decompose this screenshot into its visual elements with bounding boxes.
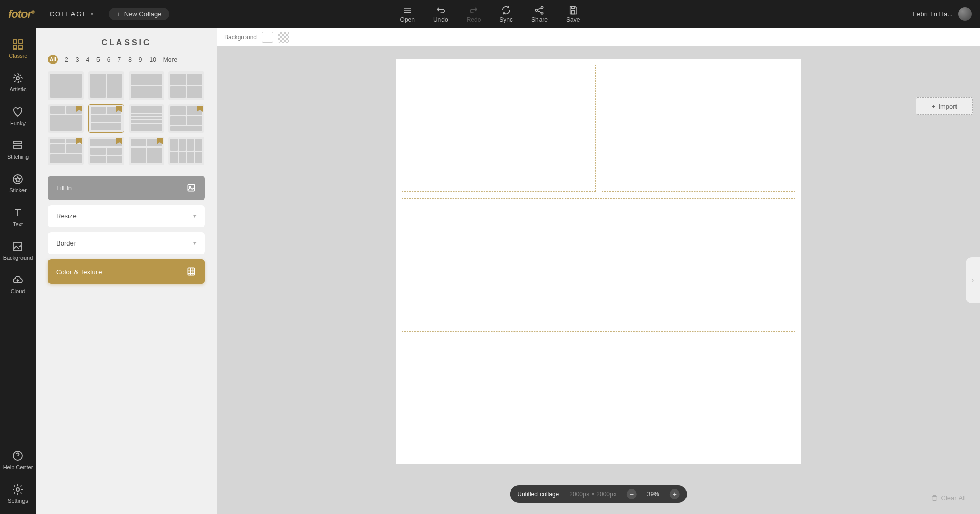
filter-8[interactable]: 8 bbox=[128, 56, 132, 63]
trash-icon bbox=[930, 494, 938, 502]
rail-funky-label: Funky bbox=[10, 120, 26, 126]
username[interactable]: Febri Tri Ha... bbox=[913, 10, 953, 18]
layout-thumb[interactable] bbox=[168, 104, 204, 133]
layout-thumb[interactable] bbox=[48, 71, 84, 100]
rail-stitching[interactable]: Stitching bbox=[7, 139, 29, 160]
open-label: Open bbox=[400, 16, 415, 23]
filter-5[interactable]: 5 bbox=[96, 56, 100, 63]
left-rail: Classic Artistic Funky Stitching Sticker… bbox=[0, 28, 36, 514]
svg-rect-11 bbox=[19, 40, 22, 43]
layout-thumb[interactable] bbox=[88, 137, 124, 165]
image-icon bbox=[186, 183, 197, 193]
panel-title: CLASSIC bbox=[48, 38, 205, 47]
premium-badge-icon bbox=[116, 106, 122, 113]
avatar[interactable] bbox=[958, 7, 972, 21]
background-transparency-swatch[interactable] bbox=[278, 32, 289, 43]
zoom-level: 39% bbox=[647, 491, 659, 498]
svg-rect-19 bbox=[14, 242, 22, 251]
rail-sticker-label: Sticker bbox=[9, 187, 27, 193]
filter-3[interactable]: 3 bbox=[76, 56, 79, 63]
layout-thumb[interactable] bbox=[168, 137, 204, 165]
rail-cloud[interactable]: Cloud bbox=[11, 274, 26, 295]
undo-label: Undo bbox=[433, 16, 448, 23]
rail-text[interactable]: Text bbox=[12, 207, 24, 227]
chevron-right-icon: › bbox=[972, 276, 974, 284]
collage-cell[interactable] bbox=[402, 331, 795, 458]
rail-settings[interactable]: Settings bbox=[8, 483, 28, 504]
undo-icon bbox=[435, 5, 446, 15]
filter-9[interactable]: 9 bbox=[139, 56, 142, 63]
svg-rect-10 bbox=[13, 40, 17, 43]
filter-2[interactable]: 2 bbox=[65, 56, 68, 63]
premium-badge-icon bbox=[76, 138, 82, 145]
layout-thumb[interactable] bbox=[129, 104, 164, 133]
mode-dropdown-icon[interactable]: ▾ bbox=[91, 11, 93, 17]
svg-rect-8 bbox=[571, 6, 575, 8]
filter-all[interactable]: All bbox=[48, 55, 58, 64]
svg-point-21 bbox=[16, 488, 19, 491]
layout-thumb[interactable] bbox=[48, 137, 84, 165]
sync-action[interactable]: Sync bbox=[499, 5, 513, 23]
layout-grid bbox=[48, 71, 205, 165]
collage-cell[interactable] bbox=[402, 198, 795, 325]
rail-sticker[interactable]: Sticker bbox=[9, 173, 27, 193]
background-bar: Background bbox=[217, 28, 980, 46]
rail-background[interactable]: Background bbox=[3, 240, 33, 261]
collage-cell[interactable] bbox=[602, 65, 796, 192]
import-button[interactable]: + Import bbox=[916, 97, 973, 115]
sync-icon bbox=[501, 5, 511, 15]
background-color-swatch[interactable] bbox=[262, 32, 273, 43]
collage-artboard[interactable] bbox=[396, 59, 801, 464]
background-bar-label: Background bbox=[224, 34, 257, 41]
fill-in-button[interactable]: Fill In bbox=[48, 176, 205, 200]
texture-icon bbox=[186, 266, 197, 277]
svg-rect-13 bbox=[19, 45, 22, 49]
zoom-in-button[interactable]: + bbox=[670, 489, 680, 499]
zoom-out-button[interactable]: − bbox=[627, 489, 637, 499]
color-texture-button[interactable]: Color & Texture bbox=[48, 259, 205, 284]
rail-funky[interactable]: Funky bbox=[10, 106, 26, 126]
resize-button[interactable]: Resize ▾ bbox=[48, 205, 205, 227]
canvas-area: + Import › Untitled collage 2000px × 200… bbox=[217, 46, 980, 514]
share-action[interactable]: Share bbox=[531, 5, 548, 23]
border-button[interactable]: Border ▾ bbox=[48, 232, 205, 254]
svg-rect-24 bbox=[188, 268, 194, 275]
layout-thumb[interactable] bbox=[129, 137, 164, 165]
rail-help[interactable]: Help Center bbox=[3, 450, 33, 470]
layout-filters: All 2 3 4 5 6 7 8 9 10 More bbox=[48, 55, 205, 64]
svg-rect-15 bbox=[14, 141, 22, 144]
stitching-icon bbox=[12, 139, 24, 152]
sidebar-panel: CLASSIC All 2 3 4 5 6 7 8 9 10 More Fill… bbox=[36, 28, 217, 514]
status-bar: Untitled collage 2000px × 2000px − 39% + bbox=[510, 485, 687, 503]
premium-badge-icon bbox=[76, 106, 82, 113]
undo-action[interactable]: Undo bbox=[433, 5, 448, 23]
rail-classic-label: Classic bbox=[9, 53, 27, 59]
rail-text-label: Text bbox=[13, 221, 23, 227]
layout-thumb[interactable] bbox=[48, 104, 84, 133]
rail-classic[interactable]: Classic bbox=[9, 38, 27, 59]
redo-label: Redo bbox=[467, 16, 481, 23]
save-action[interactable]: Save bbox=[566, 5, 580, 23]
topbar: fotor® COLLAGE ▾ + New Collage Open Undo… bbox=[0, 0, 980, 28]
layout-thumb[interactable] bbox=[168, 71, 204, 100]
filter-4[interactable]: 4 bbox=[86, 56, 89, 63]
filter-7[interactable]: 7 bbox=[117, 56, 121, 63]
layout-thumb[interactable] bbox=[129, 71, 164, 100]
filter-more[interactable]: More bbox=[163, 56, 177, 63]
mode-label[interactable]: COLLAGE bbox=[50, 10, 88, 18]
collage-cell[interactable] bbox=[402, 65, 596, 192]
svg-rect-22 bbox=[188, 184, 194, 191]
document-title[interactable]: Untitled collage bbox=[517, 491, 559, 498]
expand-sidebar-right[interactable]: › bbox=[966, 257, 980, 303]
rail-artistic[interactable]: Artistic bbox=[10, 72, 27, 92]
layout-thumb[interactable] bbox=[88, 71, 124, 100]
new-collage-button[interactable]: + New Collage bbox=[109, 8, 169, 20]
layout-thumb-selected[interactable] bbox=[88, 104, 124, 133]
rail-artistic-label: Artistic bbox=[10, 86, 27, 92]
clear-all-button[interactable]: Clear All bbox=[930, 494, 966, 502]
open-action[interactable]: Open bbox=[400, 5, 415, 23]
redo-action: Redo bbox=[467, 5, 481, 23]
filter-10[interactable]: 10 bbox=[150, 56, 156, 63]
filter-6[interactable]: 6 bbox=[107, 56, 111, 63]
text-icon bbox=[12, 207, 24, 219]
